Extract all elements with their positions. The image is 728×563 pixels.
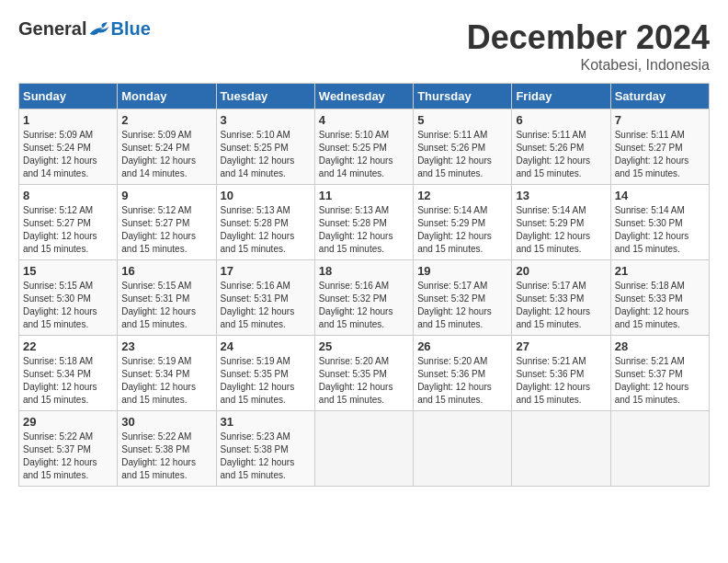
logo-blue-text: Blue xyxy=(110,18,150,40)
day-number: 21 xyxy=(615,264,705,278)
calendar-cell: 30 Sunrise: 5:22 AMSunset: 5:38 PMDaylig… xyxy=(118,411,216,487)
day-number: 25 xyxy=(319,339,409,353)
calendar-cell: 8 Sunrise: 5:12 AMSunset: 5:27 PMDayligh… xyxy=(19,185,118,260)
day-info: Sunrise: 5:21 AMSunset: 5:37 PMDaylight:… xyxy=(615,356,689,405)
day-number: 3 xyxy=(221,113,311,127)
day-info: Sunrise: 5:09 AMSunset: 5:24 PMDaylight:… xyxy=(23,130,97,178)
calendar-cell: 9 Sunrise: 5:12 AMSunset: 5:27 PMDayligh… xyxy=(118,185,216,260)
calendar-cell: 6 Sunrise: 5:11 AMSunset: 5:26 PMDayligh… xyxy=(512,109,610,185)
day-info: Sunrise: 5:17 AMSunset: 5:33 PMDaylight:… xyxy=(516,281,590,329)
calendar-cell: 17 Sunrise: 5:16 AMSunset: 5:31 PMDaylig… xyxy=(216,260,314,336)
calendar-cell: 3 Sunrise: 5:10 AMSunset: 5:25 PMDayligh… xyxy=(216,109,314,185)
location-text: Kotabesi, Indonesia xyxy=(467,57,710,74)
day-info: Sunrise: 5:16 AMSunset: 5:31 PMDaylight:… xyxy=(221,281,295,329)
calendar-cell: 23 Sunrise: 5:19 AMSunset: 5:34 PMDaylig… xyxy=(118,336,216,411)
calendar-cell xyxy=(414,411,512,487)
day-number: 18 xyxy=(319,264,409,278)
day-info: Sunrise: 5:22 AMSunset: 5:38 PMDaylight:… xyxy=(121,431,196,480)
calendar-header-friday: Friday xyxy=(512,84,610,109)
logo: General Blue xyxy=(18,18,151,40)
day-number: 31 xyxy=(221,415,311,429)
day-number: 24 xyxy=(221,339,311,353)
calendar-cell: 1 Sunrise: 5:09 AMSunset: 5:24 PMDayligh… xyxy=(19,109,118,185)
day-number: 7 xyxy=(615,113,705,127)
calendar-cell xyxy=(512,411,610,487)
calendar-cell: 2 Sunrise: 5:09 AMSunset: 5:24 PMDayligh… xyxy=(118,109,216,185)
day-info: Sunrise: 5:23 AMSunset: 5:38 PMDaylight:… xyxy=(221,431,295,480)
calendar-cell: 14 Sunrise: 5:14 AMSunset: 5:30 PMDaylig… xyxy=(610,185,709,260)
day-info: Sunrise: 5:20 AMSunset: 5:35 PMDaylight:… xyxy=(319,356,393,405)
calendar-cell: 10 Sunrise: 5:13 AMSunset: 5:28 PMDaylig… xyxy=(216,185,314,260)
day-number: 1 xyxy=(23,113,113,127)
calendar-cell: 5 Sunrise: 5:11 AMSunset: 5:26 PMDayligh… xyxy=(414,109,512,185)
calendar-header-wednesday: Wednesday xyxy=(314,84,413,109)
calendar-cell: 26 Sunrise: 5:20 AMSunset: 5:36 PMDaylig… xyxy=(414,336,512,411)
calendar-header-monday: Monday xyxy=(118,84,216,109)
day-info: Sunrise: 5:10 AMSunset: 5:25 PMDaylight:… xyxy=(319,130,393,178)
calendar-cell: 15 Sunrise: 5:15 AMSunset: 5:30 PMDaylig… xyxy=(19,260,118,336)
calendar-cell xyxy=(610,411,709,487)
day-info: Sunrise: 5:14 AMSunset: 5:29 PMDaylight:… xyxy=(417,205,492,254)
day-info: Sunrise: 5:17 AMSunset: 5:32 PMDaylight:… xyxy=(417,281,492,329)
calendar-cell: 13 Sunrise: 5:14 AMSunset: 5:29 PMDaylig… xyxy=(512,185,610,260)
day-info: Sunrise: 5:15 AMSunset: 5:30 PMDaylight:… xyxy=(23,281,97,329)
calendar-cell: 24 Sunrise: 5:19 AMSunset: 5:35 PMDaylig… xyxy=(216,336,314,411)
day-number: 5 xyxy=(417,113,507,127)
day-info: Sunrise: 5:09 AMSunset: 5:24 PMDaylight:… xyxy=(121,130,196,178)
calendar-week-3: 15 Sunrise: 5:15 AMSunset: 5:30 PMDaylig… xyxy=(19,260,710,336)
calendar-header-sunday: Sunday xyxy=(19,84,118,109)
day-info: Sunrise: 5:22 AMSunset: 5:37 PMDaylight:… xyxy=(23,431,97,480)
day-number: 27 xyxy=(516,339,606,353)
day-info: Sunrise: 5:11 AMSunset: 5:26 PMDaylight:… xyxy=(417,130,492,178)
day-info: Sunrise: 5:19 AMSunset: 5:35 PMDaylight:… xyxy=(221,356,295,405)
calendar-cell: 19 Sunrise: 5:17 AMSunset: 5:32 PMDaylig… xyxy=(414,260,512,336)
day-number: 14 xyxy=(615,189,705,202)
calendar-header-thursday: Thursday xyxy=(414,84,512,109)
day-number: 26 xyxy=(417,339,507,353)
page-header: General Blue December 2024 Kotabesi, Ind… xyxy=(18,18,710,74)
calendar-cell: 22 Sunrise: 5:18 AMSunset: 5:34 PMDaylig… xyxy=(19,336,118,411)
calendar-week-4: 22 Sunrise: 5:18 AMSunset: 5:34 PMDaylig… xyxy=(19,336,710,411)
calendar-cell: 16 Sunrise: 5:15 AMSunset: 5:31 PMDaylig… xyxy=(118,260,216,336)
day-number: 15 xyxy=(23,264,113,278)
calendar-week-2: 8 Sunrise: 5:12 AMSunset: 5:27 PMDayligh… xyxy=(19,185,710,260)
day-info: Sunrise: 5:20 AMSunset: 5:36 PMDaylight:… xyxy=(417,356,492,405)
calendar-cell: 7 Sunrise: 5:11 AMSunset: 5:27 PMDayligh… xyxy=(610,109,709,185)
calendar-cell: 21 Sunrise: 5:18 AMSunset: 5:33 PMDaylig… xyxy=(610,260,709,336)
day-number: 11 xyxy=(319,189,409,202)
day-info: Sunrise: 5:15 AMSunset: 5:31 PMDaylight:… xyxy=(121,281,196,329)
day-number: 13 xyxy=(516,189,606,202)
day-info: Sunrise: 5:11 AMSunset: 5:26 PMDaylight:… xyxy=(516,130,590,178)
calendar-cell: 4 Sunrise: 5:10 AMSunset: 5:25 PMDayligh… xyxy=(314,109,413,185)
day-number: 10 xyxy=(221,189,311,202)
day-info: Sunrise: 5:16 AMSunset: 5:32 PMDaylight:… xyxy=(319,281,393,329)
day-number: 22 xyxy=(23,339,113,353)
day-number: 6 xyxy=(516,113,606,127)
day-info: Sunrise: 5:13 AMSunset: 5:28 PMDaylight:… xyxy=(221,205,295,254)
calendar-header-saturday: Saturday xyxy=(610,84,709,109)
day-number: 30 xyxy=(121,415,211,429)
day-number: 28 xyxy=(615,339,705,353)
calendar-cell: 28 Sunrise: 5:21 AMSunset: 5:37 PMDaylig… xyxy=(610,336,709,411)
logo-general-text: General xyxy=(18,18,86,40)
month-title: December 2024 xyxy=(467,18,710,57)
day-info: Sunrise: 5:10 AMSunset: 5:25 PMDaylight:… xyxy=(221,130,295,178)
day-info: Sunrise: 5:14 AMSunset: 5:30 PMDaylight:… xyxy=(615,205,689,254)
day-number: 20 xyxy=(516,264,606,278)
day-number: 23 xyxy=(121,339,211,353)
day-number: 19 xyxy=(417,264,507,278)
calendar-week-5: 29 Sunrise: 5:22 AMSunset: 5:37 PMDaylig… xyxy=(19,411,710,487)
calendar-table: SundayMondayTuesdayWednesdayThursdayFrid… xyxy=(18,83,710,487)
day-info: Sunrise: 5:12 AMSunset: 5:27 PMDaylight:… xyxy=(23,205,97,254)
calendar-cell: 29 Sunrise: 5:22 AMSunset: 5:37 PMDaylig… xyxy=(19,411,118,487)
logo-bird-icon xyxy=(88,20,110,39)
day-number: 2 xyxy=(121,113,211,127)
day-info: Sunrise: 5:18 AMSunset: 5:34 PMDaylight:… xyxy=(23,356,97,405)
calendar-cell xyxy=(314,411,413,487)
day-info: Sunrise: 5:21 AMSunset: 5:36 PMDaylight:… xyxy=(516,356,590,405)
day-info: Sunrise: 5:19 AMSunset: 5:34 PMDaylight:… xyxy=(121,356,196,405)
title-block: December 2024 Kotabesi, Indonesia xyxy=(467,18,710,74)
calendar-cell: 18 Sunrise: 5:16 AMSunset: 5:32 PMDaylig… xyxy=(314,260,413,336)
calendar-cell: 11 Sunrise: 5:13 AMSunset: 5:28 PMDaylig… xyxy=(314,185,413,260)
calendar-cell: 25 Sunrise: 5:20 AMSunset: 5:35 PMDaylig… xyxy=(314,336,413,411)
